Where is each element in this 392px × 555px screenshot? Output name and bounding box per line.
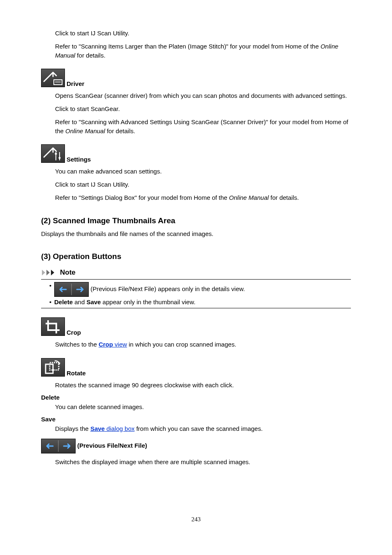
save-link[interactable]: Save dialog box [90, 425, 135, 432]
settings-label: Settings [67, 156, 91, 163]
crop-icon [41, 317, 65, 336]
divider [41, 279, 351, 280]
settings-item: Settings You can make advanced scan sett… [41, 144, 351, 202]
rotate-item: Rotate Rotates the scanned image 90 degr… [41, 358, 351, 390]
text: appear only in the thumbnail view. [101, 298, 195, 305]
rotate-label: Rotate [67, 370, 86, 377]
document-page: Click to start IJ Scan Utility. Refer to… [0, 0, 392, 539]
text-italic: Online Manual [65, 127, 105, 134]
text: and [73, 298, 86, 305]
prev-next-icon [41, 439, 76, 453]
text: for details. [75, 52, 105, 59]
text: for details. [105, 127, 135, 134]
driver-p1: Opens ScanGear (scanner driver) from whi… [55, 91, 351, 100]
prevnext-p1: Switches the displayed image when there … [55, 458, 351, 467]
driver-icon [41, 69, 65, 87]
crop-p1: Switches to the Crop view in which you c… [55, 340, 351, 349]
prev-next-icon [54, 282, 89, 297]
svg-rect-0 [54, 80, 62, 85]
delete-p1: You can delete scanned images. [55, 402, 351, 412]
link-bold: Save [90, 425, 105, 432]
text: Switches to the [55, 341, 99, 348]
svg-point-6 [59, 157, 61, 159]
crop-link[interactable]: Crop view [99, 341, 127, 348]
link-text: view [113, 341, 127, 348]
driver-item: Driver Opens ScanGear (scanner driver) f… [41, 69, 351, 135]
note-list: (Previous File/Next File) appears only i… [49, 282, 351, 305]
settings-p1: You can make advanced scan settings. [55, 167, 351, 176]
note-label: Note [60, 268, 76, 277]
text: in which you can crop scanned images. [127, 341, 236, 348]
text: Refer to "Scanning Items Larger than the… [55, 43, 321, 50]
intro-p2: Refer to "Scanning Items Larger than the… [55, 42, 351, 60]
note-chevron-icon [41, 269, 58, 276]
save-p1: Displays the Save dialog box from which … [55, 424, 351, 433]
link-text: dialog box [105, 425, 135, 432]
prevnext-label: (Previous File/Next File) [77, 442, 147, 449]
divider [41, 308, 351, 308]
text: (Previous File/Next File) appears only i… [89, 285, 245, 292]
svg-point-4 [55, 153, 57, 155]
text: from which you can save the scanned imag… [134, 425, 263, 432]
text-bold: Delete [54, 298, 73, 305]
section2-p1: Displays the thumbnails and file names o… [41, 229, 351, 238]
intro-block: Click to start IJ Scan Utility. Refer to… [55, 29, 351, 60]
section3-heading: (3) Operation Buttons [41, 252, 351, 261]
crop-item: Crop Switches to the Crop view in which … [41, 317, 351, 349]
page-number: 243 [41, 516, 351, 523]
settings-p3: Refer to "Settings Dialog Box" for your … [55, 193, 351, 202]
text: Displays the [55, 425, 90, 432]
note-item-2: Delete and Save appear only in the thumb… [49, 298, 351, 305]
driver-p3: Refer to "Scanning with Advanced Setting… [55, 118, 351, 136]
prevnext-item: (Previous File/Next File) Switches the d… [41, 439, 351, 467]
driver-label: Driver [67, 80, 84, 87]
text: for details. [269, 194, 299, 201]
rotate-icon [41, 358, 65, 377]
save-label: Save [41, 416, 351, 423]
section2-heading: (2) Scanned Image Thumbnails Area [41, 216, 351, 225]
crop-label: Crop [67, 329, 81, 336]
delete-item: Delete You can delete scanned images. [41, 394, 351, 412]
text-italic: Online Manual [229, 194, 269, 201]
note-item-1: (Previous File/Next File) appears only i… [49, 282, 351, 297]
settings-icon [41, 144, 65, 163]
intro-p1: Click to start IJ Scan Utility. [55, 29, 351, 38]
save-item: Save Displays the Save dialog box from w… [41, 416, 351, 433]
note-heading: Note [41, 268, 351, 277]
settings-p2: Click to start IJ Scan Utility. [55, 180, 351, 189]
text-bold: Save [86, 298, 101, 305]
text: Refer to "Settings Dialog Box" for your … [55, 194, 229, 201]
delete-label: Delete [41, 394, 351, 401]
rotate-p1: Rotates the scanned image 90 degrees clo… [55, 381, 351, 390]
link-bold: Crop [99, 341, 113, 348]
driver-p2: Click to start ScanGear. [55, 104, 351, 113]
